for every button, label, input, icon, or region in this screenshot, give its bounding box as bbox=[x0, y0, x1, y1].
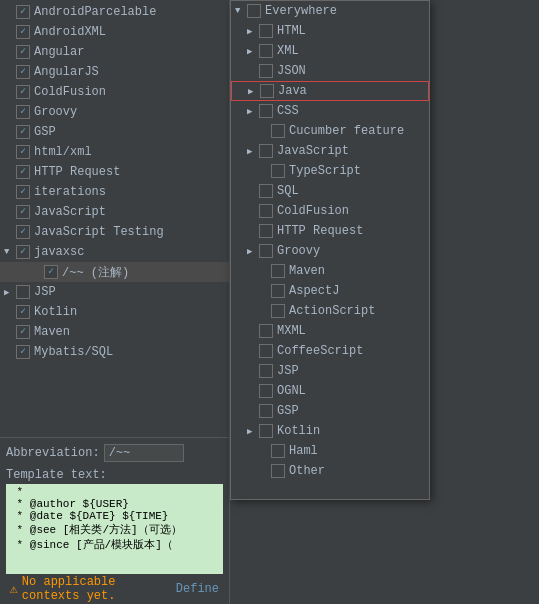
checkbox-AndroidXML[interactable] bbox=[16, 25, 30, 39]
checkbox-JavaScript[interactable] bbox=[16, 205, 30, 219]
checkbox-XML[interactable] bbox=[259, 44, 273, 58]
right-tree-item-Other[interactable]: Other bbox=[231, 461, 429, 481]
checkbox-Java[interactable] bbox=[260, 84, 274, 98]
tree-item-HTTPRequest[interactable]: HTTP Request bbox=[0, 162, 229, 182]
right-tree-item-CoffeeScript[interactable]: CoffeeScript bbox=[231, 341, 429, 361]
checkbox-JSON[interactable] bbox=[259, 64, 273, 78]
right-tree-item-AspectJ[interactable]: AspectJ bbox=[231, 281, 429, 301]
checkbox-Groovy2[interactable] bbox=[259, 244, 273, 258]
right-tree-item-JavaScript2[interactable]: ▶ JavaScript bbox=[231, 141, 429, 161]
checkbox-HTTPRequest2[interactable] bbox=[259, 224, 273, 238]
label-htmlxml: html/xml bbox=[34, 145, 92, 159]
label-HTML: HTML bbox=[277, 24, 306, 38]
tree-item-JavaScript[interactable]: JavaScript bbox=[0, 202, 229, 222]
checkbox-GSP[interactable] bbox=[16, 125, 30, 139]
checkbox-AngularJS[interactable] bbox=[16, 65, 30, 79]
checkbox-JSP[interactable] bbox=[16, 285, 30, 299]
tree-item-JSP[interactable]: ▶ JSP bbox=[0, 282, 229, 302]
right-tree-item-GSP2[interactable]: GSP bbox=[231, 401, 429, 421]
checkbox-Kotlin[interactable] bbox=[16, 305, 30, 319]
checkbox-CucumberFeature[interactable] bbox=[271, 124, 285, 138]
checkbox-AndroidParcelable[interactable] bbox=[16, 5, 30, 19]
template-textarea[interactable]: * * @author ${USER} * @date ${DATE} ${TI… bbox=[6, 484, 223, 574]
label-MybatisSQL: Mybatis/SQL bbox=[34, 345, 113, 359]
right-tree-item-JSP2[interactable]: JSP bbox=[231, 361, 429, 381]
define-link[interactable]: Define bbox=[176, 582, 219, 596]
checkbox-Other[interactable] bbox=[271, 464, 285, 478]
label-SQL: SQL bbox=[277, 184, 299, 198]
label-OGNL: OGNL bbox=[277, 384, 306, 398]
checkbox-HTTPRequest[interactable] bbox=[16, 165, 30, 179]
checkbox-Maven2[interactable] bbox=[271, 264, 285, 278]
checkbox-Kotlin2[interactable] bbox=[259, 424, 273, 438]
checkbox-javaxsc[interactable] bbox=[16, 245, 30, 259]
right-tree-item-Haml[interactable]: Haml bbox=[231, 441, 429, 461]
checkbox-everywhere[interactable] bbox=[247, 4, 261, 18]
tree-item-AngularJS[interactable]: AngularJS bbox=[0, 62, 229, 82]
expander-CSS: ▶ bbox=[247, 106, 259, 117]
right-tree-item-CSS[interactable]: ▶ CSS bbox=[231, 101, 429, 121]
checkbox-JavaScriptTesting[interactable] bbox=[16, 225, 30, 239]
right-tree-item-MXML[interactable]: MXML bbox=[231, 321, 429, 341]
right-tree-item-HTML[interactable]: ▶ HTML bbox=[231, 21, 429, 41]
checkbox-ActionScript[interactable] bbox=[271, 304, 285, 318]
checkbox-GSP2[interactable] bbox=[259, 404, 273, 418]
checkbox-javaxsc-child[interactable] bbox=[44, 265, 58, 279]
checkbox-htmlxml[interactable] bbox=[16, 145, 30, 159]
label-javaxsc: javaxsc bbox=[34, 245, 84, 259]
checkbox-TypeScript[interactable] bbox=[271, 164, 285, 178]
right-tree-item-everywhere[interactable]: ▼ Everywhere bbox=[231, 1, 429, 21]
checkbox-AspectJ[interactable] bbox=[271, 284, 285, 298]
label-Other: Other bbox=[289, 464, 325, 478]
checkbox-CoffeeScript[interactable] bbox=[259, 344, 273, 358]
checkbox-JSP2[interactable] bbox=[259, 364, 273, 378]
right-tree-item-Maven2[interactable]: Maven bbox=[231, 261, 429, 281]
checkbox-Angular[interactable] bbox=[16, 45, 30, 59]
tree-item-AndroidXML[interactable]: AndroidXML bbox=[0, 22, 229, 42]
checkbox-ColdFusion[interactable] bbox=[16, 85, 30, 99]
checkbox-Haml[interactable] bbox=[271, 444, 285, 458]
expander-HTML: ▶ bbox=[247, 26, 259, 37]
right-tree-item-ActionScript[interactable]: ActionScript bbox=[231, 301, 429, 321]
right-tree-item-Groovy2[interactable]: ▶ Groovy bbox=[231, 241, 429, 261]
right-tree-item-TypeScript[interactable]: TypeScript bbox=[231, 161, 429, 181]
tree-item-javaxsc-child[interactable]: /~~ (注解) bbox=[0, 262, 229, 282]
checkbox-HTML[interactable] bbox=[259, 24, 273, 38]
tree-item-ColdFusion[interactable]: ColdFusion bbox=[0, 82, 229, 102]
tree-item-Angular[interactable]: Angular bbox=[0, 42, 229, 62]
checkbox-CSS[interactable] bbox=[259, 104, 273, 118]
checkbox-iterations[interactable] bbox=[16, 185, 30, 199]
checkbox-OGNL[interactable] bbox=[259, 384, 273, 398]
checkbox-ColdFusion2[interactable] bbox=[259, 204, 273, 218]
right-tree-item-Java[interactable]: ▶ Java bbox=[231, 81, 429, 101]
abbreviation-input[interactable] bbox=[104, 444, 184, 462]
checkbox-Groovy[interactable] bbox=[16, 105, 30, 119]
tree-item-JavaScriptTesting[interactable]: JavaScript Testing bbox=[0, 222, 229, 242]
right-tree-item-XML[interactable]: ▶ XML bbox=[231, 41, 429, 61]
checkbox-Maven[interactable] bbox=[16, 325, 30, 339]
checkbox-JavaScript2[interactable] bbox=[259, 144, 273, 158]
tree-item-MybatisSQL[interactable]: Mybatis/SQL bbox=[0, 342, 229, 362]
tree-item-AndroidParcelable[interactable]: AndroidParcelable bbox=[0, 2, 229, 22]
right-tree-item-SQL[interactable]: SQL bbox=[231, 181, 429, 201]
tree-item-iterations[interactable]: iterations bbox=[0, 182, 229, 202]
label-Java: Java bbox=[278, 84, 307, 98]
tree-item-Kotlin[interactable]: Kotlin bbox=[0, 302, 229, 322]
tree-item-Maven[interactable]: Maven bbox=[0, 322, 229, 342]
label-TypeScript: TypeScript bbox=[289, 164, 361, 178]
abbreviation-row: Abbreviation: bbox=[6, 442, 223, 464]
tree-item-Groovy[interactable]: Groovy bbox=[0, 102, 229, 122]
right-tree-item-CucumberFeature[interactable]: Cucumber feature bbox=[231, 121, 429, 141]
right-tree-item-OGNL[interactable]: OGNL bbox=[231, 381, 429, 401]
right-tree-item-HTTPRequest2[interactable]: HTTP Request bbox=[231, 221, 429, 241]
expander-everywhere: ▼ bbox=[235, 6, 247, 16]
tree-item-htmlxml[interactable]: html/xml bbox=[0, 142, 229, 162]
tree-item-GSP[interactable]: GSP bbox=[0, 122, 229, 142]
checkbox-SQL[interactable] bbox=[259, 184, 273, 198]
checkbox-MybatisSQL[interactable] bbox=[16, 345, 30, 359]
checkbox-MXML[interactable] bbox=[259, 324, 273, 338]
right-tree-item-ColdFusion2[interactable]: ColdFusion bbox=[231, 201, 429, 221]
right-tree-item-Kotlin2[interactable]: ▶ Kotlin bbox=[231, 421, 429, 441]
tree-item-javaxsc[interactable]: ▼ javaxsc bbox=[0, 242, 229, 262]
right-tree-item-JSON[interactable]: JSON bbox=[231, 61, 429, 81]
